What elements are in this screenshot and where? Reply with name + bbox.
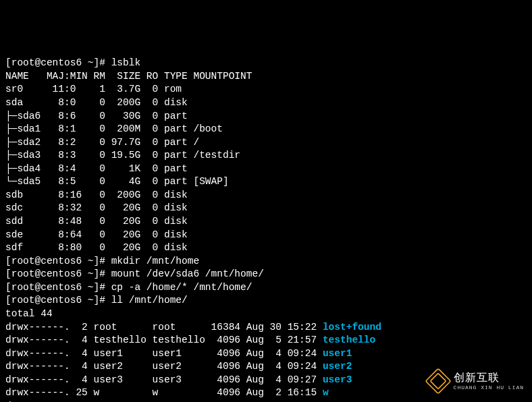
command-line: [root@centos6 ~]# mount /dev/sda6 /mnt/h…	[5, 268, 527, 281]
ll-row: drwx------. 4 user1 user1 4096 Aug 4 09:…	[5, 347, 527, 361]
lsblk-row: ├─sda3 8:3 0 19.5G 0 part /testdir	[5, 149, 527, 163]
lsblk-row: sdc 8:32 0 20G 0 disk	[5, 202, 527, 215]
terminal-output[interactable]: [root@centos6 ~]# lsblkNAME MAJ:MIN RM S…	[5, 57, 527, 402]
lsblk-row: sdd 8:48 0 20G 0 disk	[5, 215, 527, 229]
directory-name: testhello	[323, 335, 375, 345]
watermark-logo-icon	[427, 370, 450, 393]
lsblk-row: ├─sda1 8:1 0 200M 0 part /boot	[5, 123, 527, 136]
lsblk-row: sde 8:64 0 20G 0 disk	[5, 229, 527, 242]
command-line: [root@centos6 ~]# lsblk	[5, 57, 527, 70]
ll-row: drwx------. 4 testhello testhello 4096 A…	[5, 334, 527, 347]
lsblk-row: └─sda5 8:5 0 4G 0 part [SWAP]	[5, 175, 527, 189]
lsblk-row: sda 8:0 0 200G 0 disk	[5, 96, 527, 110]
command-line: [root@centos6 ~]# mkdir /mnt/home	[5, 255, 527, 268]
command-line: [root@centos6 ~]# cp -a /home/* /mnt/hom…	[5, 281, 527, 295]
lsblk-row: sdf 8:80 0 20G 0 disk	[5, 241, 527, 255]
lsblk-row: sr0 11:0 1 3.7G 0 rom	[5, 83, 527, 96]
directory-name: user1	[323, 348, 352, 359]
ll-total: total 44	[5, 308, 527, 321]
directory-name: user2	[323, 361, 352, 372]
lsblk-row: ├─sda6 8:6 0 30G 0 part	[5, 110, 527, 123]
watermark-text-cn: 创新互联	[454, 370, 524, 385]
directory-name: w	[323, 387, 329, 398]
lsblk-row: sdb 8:16 0 200G 0 disk	[5, 189, 527, 202]
ll-row: drwx------. 2 root root 16384 Aug 30 15:…	[5, 321, 527, 335]
watermark-text-en: CHUANG XIN HU LIAN	[454, 384, 524, 392]
lsblk-row: ├─sda2 8:2 0 97.7G 0 part /	[5, 136, 527, 150]
lsblk-row: ├─sda4 8:4 0 1K 0 part	[5, 163, 527, 176]
watermark: 创新互联 CHUANG XIN HU LIAN	[427, 370, 524, 393]
command-line: [root@centos6 ~]# ll /mnt/home/	[5, 294, 527, 308]
directory-name: user3	[323, 374, 352, 385]
lsblk-header: NAME MAJ:MIN RM SIZE RO TYPE MOUNTPOINT	[5, 70, 527, 84]
directory-name: lost+found	[323, 322, 381, 333]
